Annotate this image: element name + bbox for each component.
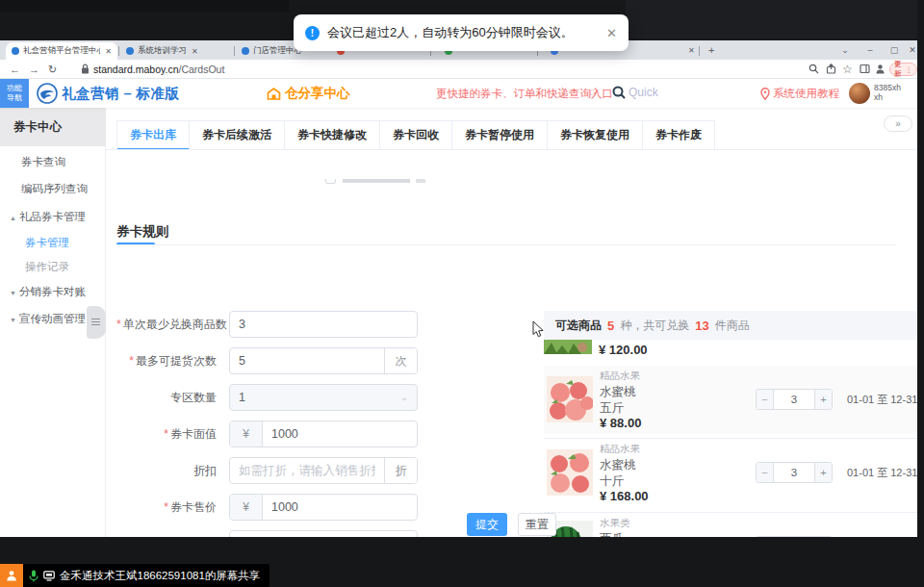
panel-collapse-button[interactable]: » [884,115,912,132]
tab-card-resume[interactable]: 券卡恢复使用 [548,121,643,150]
clipped-text [416,179,425,183]
face-value-field: ¥ [229,421,418,447]
min-exchange-field [229,311,418,338]
profile-icon[interactable] [875,64,886,74]
new-tab-button[interactable]: + [708,44,714,56]
sidebar-group-gift-card-management[interactable]: ▲礼品券卡管理 [0,205,106,228]
pin-icon [760,88,770,100]
card-type-field [229,530,418,537]
zone-count-select[interactable]: ⌄ [229,384,418,411]
face-value-input[interactable] [263,421,417,447]
currency-prefix: ¥ [230,495,263,520]
tab-cards-out[interactable]: 券卡出库 [117,121,190,150]
share-center-link[interactable]: 仓分享中心 [267,85,350,102]
product-category: 精品水果 [600,443,640,456]
zone-count-value[interactable] [230,385,392,410]
tutorial-link[interactable]: 系统使用教程 [760,87,839,101]
product-category: 水果类 [600,517,630,530]
sidebar-group-distribution-reconciliation[interactable]: ▼分销券卡对账 [0,280,106,303]
search-icon[interactable] [808,64,819,74]
form-row-sale-price: *券卡售价 ¥ [116,494,434,521]
update-button[interactable]: 更新⋮ [889,63,917,76]
label-text: 最多可提货次数 [136,354,217,368]
nav-toggle-button[interactable]: 功能 导航 [0,79,29,108]
app-logo-icon [37,83,58,104]
submit-button[interactable]: 提交 [467,513,507,536]
form-row-card-type: 券卡类型 [116,530,434,537]
plus-button[interactable]: + [814,463,832,482]
section-divider [116,244,896,245]
quick-search-icon[interactable] [612,86,626,99]
toast-close-icon[interactable]: ✕ [606,26,617,40]
product-price: ¥ 168.00 [600,489,649,503]
user-avatar[interactable] [849,83,870,104]
browser-tab-1[interactable]: 礼盒营销平台管理中心 ✕ [6,42,117,60]
tab-title: 系统培训学习 [138,45,187,57]
required-asterisk: * [116,318,121,331]
sidebar-item-label: 分销券卡对账 [19,286,86,297]
min-exchange-input[interactable] [230,312,417,337]
product-row-peach-5jin: 精品水果 水蜜桃 五斤 ¥ 88.00 − + 01-01 至 12-31 总部… [544,366,917,434]
reset-button[interactable]: 重置 [518,513,556,536]
window-close-icon[interactable]: ✕ [905,40,920,60]
tab-quick-modify[interactable]: 券卡快捷修改 [285,121,380,150]
presenter-icon [0,564,23,587]
validity-range: 01-01 至 12-31 [847,466,917,480]
microphone-icon [29,570,38,582]
window-maximize-icon[interactable]: ▢ [886,40,902,60]
required-asterisk: * [129,354,134,368]
window-menu-icon[interactable]: ⌄ [837,40,853,60]
product-category: 精品水果 [600,370,640,383]
sidebar-icon[interactable] [860,64,870,74]
tab-card-void[interactable]: 券卡作废 [643,121,714,150]
sidebar-item-operation-log[interactable]: 操作记录 [0,255,106,278]
share-status: 金禾通技术王斌18662591081的屏幕共享 [23,564,270,587]
sidebar-item-code-sequence-query[interactable]: 编码序列查询 [0,177,106,200]
form-row-min-exchange: *单次最少兑换商品数 [116,311,434,338]
reload-icon[interactable]: ↻ [48,60,57,79]
tab-card-suspend[interactable]: 券卡暂停使用 [452,121,548,150]
discount-input[interactable] [230,458,384,483]
field-label: 券卡类型 [116,530,217,537]
nav-toggle-label: 功能 [0,84,29,93]
share-icon[interactable] [826,64,836,74]
screen-share-bar: 金禾通技术王斌18662591081的屏幕共享 [0,564,270,587]
forward-icon[interactable]: → [29,60,39,79]
quantity-input[interactable] [774,390,814,409]
quantity-stepper: − + [756,536,833,537]
window-minimize-icon[interactable]: – [862,40,878,60]
form-row-max-pickup: *最多可提货次数 次 [116,347,434,374]
card-type-input[interactable] [230,531,417,537]
form-row-zone-count: 专区数量 ⌄ [116,384,434,411]
quick-label[interactable]: Quick [629,86,658,99]
label-text: 券卡面值 [170,427,217,441]
minus-button[interactable]: − [757,390,774,409]
summary-suffix: 件商品 [715,318,750,334]
tab-followup-activation[interactable]: 券卡后续激活 [190,121,285,150]
label-text: 券卡售价 [170,500,217,514]
sidebar-item-card-query[interactable]: 券卡查询 [0,150,106,173]
sale-price-input[interactable] [263,495,417,520]
sidebar-collapse-handle[interactable] [87,306,106,339]
star-icon[interactable]: ☆ [842,60,853,79]
tab-divider [699,46,700,56]
max-pickup-input[interactable] [230,348,384,373]
dots-icon: ⋮ [906,65,913,74]
page-tab-bar: 券卡出库 券卡后续激活 券卡快捷修改 券卡回收 券卡暂停使用 券卡恢复使用 券卡… [116,120,715,149]
tab-close-icon[interactable]: ✕ [105,47,112,56]
product-name: 水蜜桃 [600,457,636,473]
minus-button[interactable]: − [757,463,774,482]
plus-button[interactable]: + [814,390,832,409]
clipped-scrolled-row [325,179,431,189]
tab-close-icon[interactable]: ✕ [192,47,198,56]
quantity-input[interactable] [774,463,814,482]
back-icon[interactable]: ← [10,60,20,79]
sidebar-item-card-management[interactable]: 券卡管理 [0,231,106,254]
validity-range: 01-01 至 12-31 [847,393,917,407]
url-bar[interactable]: standard.maboy.cn/CardsOut [93,60,224,79]
field-label: 折扣 [116,457,217,484]
tab-close-icon[interactable]: ✕ [688,46,695,55]
tab-card-recycle[interactable]: 券卡回收 [380,121,452,150]
url-host: standard.maboy.cn [93,64,179,75]
browser-tab-2[interactable]: 系统培训学习 ✕ [120,42,232,60]
